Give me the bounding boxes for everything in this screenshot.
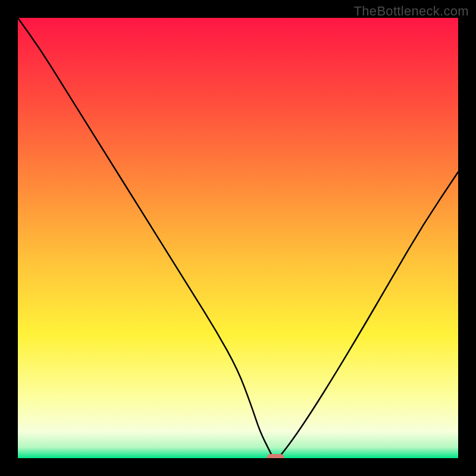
- optimal-point-marker: [267, 454, 284, 458]
- bottleneck-chart-svg: [18, 18, 458, 458]
- plot-area: [18, 18, 458, 458]
- watermark-label: TheBottleneck.com: [354, 4, 469, 19]
- gradient-background: [18, 18, 458, 458]
- chart-frame: TheBottleneck.com: [0, 0, 476, 476]
